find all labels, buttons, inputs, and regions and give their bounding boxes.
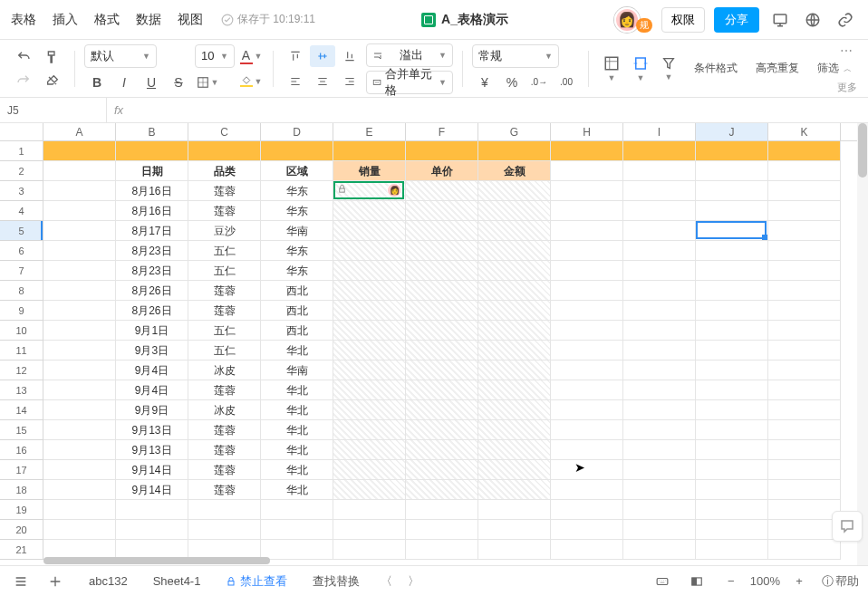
cell[interactable] [623, 301, 696, 321]
cell[interactable] [623, 440, 696, 460]
cell[interactable] [623, 141, 696, 161]
cell[interactable] [551, 420, 623, 440]
cell[interactable] [261, 520, 333, 540]
cell[interactable] [768, 281, 841, 301]
cell[interactable]: 销量 [333, 161, 406, 181]
cell[interactable] [551, 141, 623, 161]
col-header-G[interactable]: G [478, 123, 551, 140]
cell[interactable] [551, 241, 623, 261]
tab-prev-button[interactable]: 〈 [374, 570, 398, 593]
strikethrough-button[interactable]: S [166, 72, 191, 93]
cell[interactable]: 五仁 [188, 321, 261, 341]
cell[interactable] [406, 440, 478, 460]
cell[interactable] [551, 181, 623, 201]
cell[interactable] [478, 520, 551, 540]
cell[interactable]: 五仁 [188, 241, 261, 261]
cell[interactable] [333, 221, 406, 241]
cell[interactable]: 莲蓉 [188, 281, 261, 301]
cell[interactable] [768, 181, 841, 201]
cell[interactable] [696, 221, 768, 241]
cell[interactable] [551, 520, 623, 540]
sheet-tab-2[interactable]: Sheet4-1 [142, 571, 212, 591]
col-header-C[interactable]: C [188, 123, 261, 140]
filter-menu-button[interactable]: ▼ [656, 54, 681, 83]
cell[interactable]: 五仁 [188, 341, 261, 360]
cell[interactable] [478, 241, 551, 261]
cell[interactable] [623, 380, 696, 400]
cell[interactable]: 莲蓉 [188, 301, 261, 321]
row-header-9[interactable]: 9 [0, 301, 43, 321]
cell[interactable] [43, 460, 116, 480]
link-icon[interactable] [834, 8, 857, 32]
cell[interactable] [406, 460, 478, 480]
cell[interactable] [333, 241, 406, 261]
cell[interactable] [768, 440, 841, 460]
formula-input[interactable]: fx [107, 103, 868, 117]
h-scroll-thumb[interactable] [43, 557, 270, 564]
row-header-10[interactable]: 10 [0, 321, 43, 341]
cell[interactable] [768, 261, 841, 281]
cell[interactable] [406, 480, 478, 500]
cell[interactable]: 华东 [261, 261, 333, 281]
cell[interactable]: 华北 [261, 380, 333, 400]
cell[interactable] [478, 500, 551, 520]
cell[interactable]: 西北 [261, 321, 333, 341]
cell[interactable] [43, 520, 116, 540]
cell[interactable] [696, 181, 768, 201]
cell[interactable] [768, 520, 841, 540]
cell[interactable] [333, 460, 406, 480]
row-header-11[interactable]: 11 [0, 341, 43, 360]
cell[interactable] [696, 480, 768, 500]
menu-data[interactable]: 数据 [136, 12, 161, 28]
cell[interactable] [478, 341, 551, 360]
cell[interactable]: 日期 [116, 161, 188, 181]
cell[interactable] [43, 360, 116, 380]
cell[interactable] [768, 161, 841, 181]
cell[interactable] [551, 360, 623, 380]
cell[interactable] [551, 281, 623, 301]
cell[interactable] [333, 380, 406, 400]
cell[interactable] [768, 460, 841, 480]
row-header-12[interactable]: 12 [0, 360, 43, 380]
cell[interactable] [478, 380, 551, 400]
cell[interactable] [43, 341, 116, 360]
cell[interactable]: 西北 [261, 281, 333, 301]
cell[interactable] [43, 480, 116, 500]
help-button[interactable]: ⓘ帮助 [822, 573, 859, 590]
cell[interactable] [43, 281, 116, 301]
align-left-button[interactable] [283, 71, 308, 92]
cell[interactable] [43, 440, 116, 460]
col-header-K[interactable]: K [768, 123, 841, 140]
cell[interactable] [551, 500, 623, 520]
cell[interactable]: 金额 [478, 161, 551, 181]
increase-decimal-button[interactable]: .00 [554, 72, 579, 93]
text-wrap-select[interactable]: 溢出▼ [366, 43, 453, 67]
cell[interactable] [406, 500, 478, 520]
toolbar-more[interactable]: ⋯ ︿ 更多 [837, 40, 857, 97]
cell[interactable] [188, 500, 261, 520]
share-button[interactable]: 分享 [714, 7, 759, 33]
cell[interactable] [696, 400, 768, 420]
format-painter-button[interactable] [40, 46, 65, 68]
freeze-pane-button[interactable]: ▼ [598, 53, 625, 84]
cell[interactable]: 冰皮 [188, 400, 261, 420]
v-scroll-thumb[interactable] [858, 123, 867, 178]
cell[interactable] [551, 161, 623, 181]
cell[interactable] [551, 480, 623, 500]
cell[interactable] [551, 321, 623, 341]
menu-spreadsheet[interactable]: 表格 [11, 12, 36, 28]
number-format-select[interactable]: 常规▼ [472, 44, 559, 68]
cell[interactable] [696, 460, 768, 480]
sheet-tab-locked[interactable]: 禁止查看 [215, 570, 298, 593]
cell[interactable] [696, 261, 768, 281]
cell[interactable]: 8月17日 [116, 221, 188, 241]
cell[interactable]: 9月4日 [116, 380, 188, 400]
cell[interactable] [768, 400, 841, 420]
zoom-in-button[interactable]: + [787, 570, 811, 593]
cell[interactable] [768, 321, 841, 341]
cell[interactable] [623, 420, 696, 440]
cell[interactable]: 莲蓉 [188, 440, 261, 460]
cell[interactable]: 冰皮 [188, 360, 261, 380]
cell[interactable] [43, 301, 116, 321]
cell[interactable] [623, 201, 696, 221]
